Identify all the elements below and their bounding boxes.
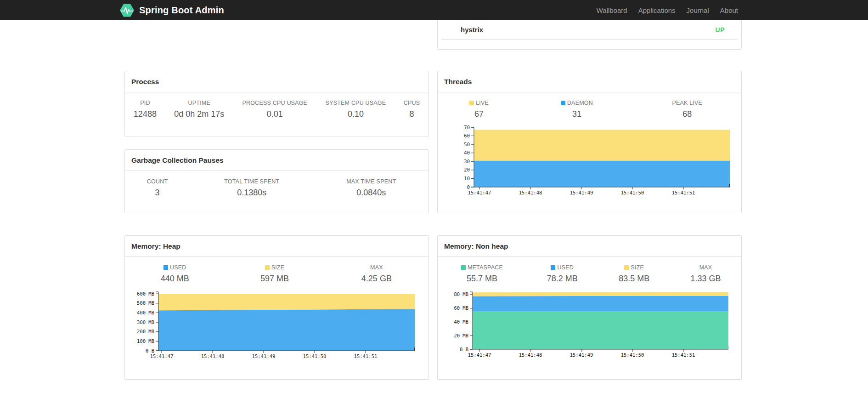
brand-title: Spring Boot Admin [139,5,224,16]
svg-text:15:41:48: 15:41:48 [201,353,225,359]
service-row-hystrix: hystrix UP [438,20,741,39]
svg-text:400 MB: 400 MB [137,310,154,315]
metric-value: 597 MB [233,274,316,284]
metaspace-legend-swatch [461,265,466,270]
metric-heap-size: SIZE 597 MB [225,264,324,284]
metric-nonheap-used: USED 78.2 MB [526,264,598,284]
svg-text:15:41:51: 15:41:51 [672,190,695,195]
nav-item-about[interactable]: About [715,6,744,14]
metric-label: MAX [678,264,733,271]
metric-value: 0.0840s [322,188,420,198]
svg-text:15:41:49: 15:41:49 [252,353,276,359]
metric-value: 0.01 [242,109,308,119]
metric-value: 31 [529,109,625,119]
metric-label: CPUS [403,100,420,106]
metric-value: 83.5 MB [606,274,662,284]
metric-count: COUNT 3 [125,178,190,198]
size-legend-swatch [265,265,270,270]
metric-daemon: DAEMON 31 [520,100,633,119]
svg-text:15:41:47: 15:41:47 [150,353,174,359]
metric-value: 0d 0h 2m 17s [174,109,225,119]
svg-text:15:41:50: 15:41:50 [303,353,327,359]
metric-label: SIZE [233,264,316,271]
memory-nonheap-card: Memory: Non heap METASPACE 55.7 MB USED … [437,235,742,380]
threads-metrics: LIVE 67 DAEMON 31 PEAK LIVE 68 [438,100,741,119]
nav-item-applications[interactable]: Applications [633,6,681,14]
metric-heap-max: MAX 4.25 GB [325,264,428,284]
metric-label-text: DAEMON [567,100,593,106]
metric-label: PROCESS CPU USAGE [242,100,308,106]
svg-text:15:41:49: 15:41:49 [570,352,593,358]
metric-metaspace: METASPACE 55.7 MB [438,264,526,284]
metric-label: MAX [333,264,420,271]
left-column: Process PID 12488 UPTIME 0d 0h 2m 17s PR… [124,20,429,380]
metric-live: LIVE 67 [438,100,520,119]
daemon-legend-swatch [561,101,565,105]
memory-heap-chart: 0 B100 MB200 MB300 MB400 MB500 MB600 MB1… [125,288,428,362]
used-legend-swatch [551,265,555,270]
metric-value: 55.7 MB [446,274,518,284]
svg-text:300 MB: 300 MB [137,319,154,325]
svg-text:30: 30 [464,159,470,164]
svg-text:200 MB: 200 MB [137,329,154,334]
svg-text:80 MB: 80 MB [454,291,468,297]
gc-metrics: COUNT 3 TOTAL TIME SPENT 0.1380s MAX TIM… [125,178,428,198]
size-legend-swatch [624,265,629,270]
svg-text:15:41:47: 15:41:47 [468,190,491,195]
page: Spring Boot Admin Wallboard Applications… [0,0,868,410]
svg-text:60: 60 [464,133,470,138]
navbar: Spring Boot Admin Wallboard Applications… [0,0,868,20]
metric-label: TOTAL TIME SPENT [198,178,305,185]
svg-text:15:41:48: 15:41:48 [519,352,542,358]
metric-value: 1.33 GB [678,274,733,284]
metric-label-text: LIVE [476,100,489,106]
brand-link[interactable]: Spring Boot Admin [119,3,224,17]
garbage-collection-card-title: Garbage Collection Pauses [125,150,428,171]
metric-value: 12488 [133,109,157,119]
nav-item-wallboard[interactable]: Wallboard [591,6,633,14]
metric-process-cpu-usage: PROCESS CPU USAGE 0.01 [233,100,316,119]
metric-value: 440 MB [133,274,216,284]
memory-nonheap-chart: 0 B20 MB40 MB60 MB80 MB15:41:4715:41:481… [438,288,741,360]
svg-text:0: 0 [467,184,470,190]
svg-text:600 MB: 600 MB [137,291,154,296]
threads-chart: 01020304050607015:41:4715:41:4815:41:491… [438,124,741,198]
svg-text:15:41:51: 15:41:51 [672,352,695,358]
metric-value: 78.2 MB [535,274,590,284]
svg-text:0 B: 0 B [460,347,468,352]
metric-peak-live: PEAK LIVE 68 [633,100,741,119]
metric-cpus: CPUS 8 [395,100,428,119]
metric-nonheap-max: MAX 1.33 GB [670,264,741,284]
metric-label: USED [535,264,590,271]
svg-text:50: 50 [464,142,470,147]
svg-text:20 MB: 20 MB [454,333,468,338]
svg-text:40 MB: 40 MB [454,319,468,325]
right-column: hystrix UP Threads LIVE 67 DAEMON 31 [437,20,742,380]
metric-label: PEAK LIVE [642,100,733,106]
metric-value: 68 [642,109,733,119]
metric-label: METASPACE [446,264,518,271]
metric-label: UPTIME [174,100,225,106]
metric-label-text: USED [557,264,574,271]
metric-value: 0.1380s [198,188,305,198]
garbage-collection-card: Garbage Collection Pauses COUNT 3 TOTAL … [124,149,429,213]
metric-label: PID [133,100,157,106]
live-legend-swatch [469,101,474,105]
metric-max-time-spent: MAX TIME SPENT 0.0840s [314,178,428,198]
content: Process PID 12488 UPTIME 0d 0h 2m 17s PR… [124,20,742,380]
metric-label: SIZE [606,264,662,271]
memory-nonheap-card-title: Memory: Non heap [438,236,741,257]
memory-heap-card: Memory: Heap USED 440 MB SIZE 597 MB MAX… [124,235,429,380]
svg-text:15:41:51: 15:41:51 [354,353,378,359]
used-legend-swatch [163,265,168,270]
nav-item-journal[interactable]: Journal [681,6,715,14]
process-card: Process PID 12488 UPTIME 0d 0h 2m 17s PR… [124,71,429,137]
metric-value: 4.25 GB [333,274,420,284]
svg-text:0 B: 0 B [146,348,154,353]
spring-boot-admin-logo-icon [119,3,135,17]
services-card-partial: hystrix UP [437,20,742,50]
metric-label: LIVE [446,100,512,106]
metric-value: 3 [133,188,181,198]
svg-text:15:41:50: 15:41:50 [621,352,644,358]
svg-text:60 MB: 60 MB [454,305,468,311]
